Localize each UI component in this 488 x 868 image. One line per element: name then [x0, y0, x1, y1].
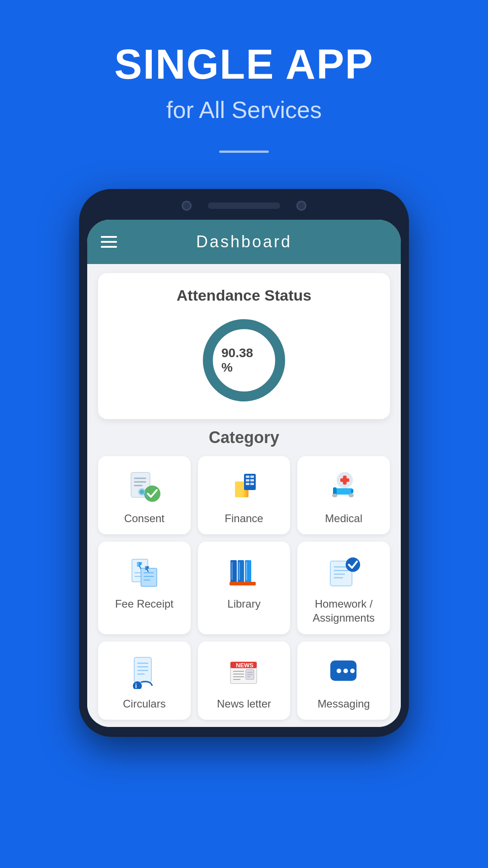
svg-rect-18	[246, 483, 249, 485]
consent-icon	[126, 469, 162, 505]
svg-point-49	[346, 557, 360, 572]
phone-screen: Dashboard Attendance Status 90.38 % Cate…	[87, 220, 401, 727]
svg-point-71	[350, 669, 355, 673]
svg-rect-13	[244, 474, 256, 490]
svg-rect-25	[351, 489, 353, 493]
svg-text:₹: ₹	[145, 566, 150, 573]
svg-rect-23	[336, 488, 353, 495]
dashboard-header: Dashboard	[87, 220, 401, 264]
svg-point-69	[337, 669, 341, 673]
homework-label: Homework / Assignments	[303, 597, 385, 625]
finance-icon	[226, 469, 262, 505]
library-label: Library	[227, 597, 260, 611]
messaging-icon	[326, 654, 362, 690]
finance-label: Finance	[225, 511, 263, 525]
medical-label: Medical	[325, 511, 362, 525]
svg-rect-16	[246, 479, 249, 481]
library-icon	[226, 554, 262, 590]
category-item-consent[interactable]: Consent	[98, 456, 191, 534]
newsletter-icon: NEWS	[226, 654, 262, 690]
category-item-newsletter[interactable]: NEWS News letter	[198, 642, 291, 720]
medical-icon	[326, 469, 362, 505]
homework-icon	[326, 554, 362, 590]
svg-rect-43	[246, 562, 247, 580]
svg-text:i: i	[135, 682, 137, 689]
sensor-icon	[296, 201, 306, 211]
svg-rect-19	[250, 483, 254, 485]
dashboard-title: Dashboard	[196, 232, 292, 251]
svg-rect-15	[250, 476, 254, 478]
hamburger-menu-button[interactable]	[101, 236, 117, 248]
phone-outer: Dashboard Attendance Status 90.38 % Cate…	[79, 189, 409, 737]
svg-rect-12	[235, 481, 244, 497]
category-item-medical[interactable]: Medical	[297, 456, 390, 534]
newsletter-label: News letter	[217, 697, 271, 711]
svg-text:NEWS: NEWS	[236, 662, 253, 669]
svg-rect-40	[230, 582, 256, 585]
fee-receipt-label: Fee Receipt	[115, 597, 174, 611]
svg-point-70	[343, 669, 348, 673]
attendance-donut-chart: 90.38 %	[199, 315, 289, 406]
phone-notch	[87, 197, 401, 214]
category-item-homework[interactable]: Homework / Assignments	[297, 542, 390, 634]
speaker-icon	[208, 203, 280, 209]
svg-rect-50	[134, 657, 151, 682]
fee-receipt-icon: ₹ ₹	[126, 554, 162, 590]
consent-label: Consent	[124, 511, 164, 525]
messaging-label: Messaging	[318, 697, 370, 711]
hero-subtitle: for All Services	[166, 96, 322, 123]
category-item-library[interactable]: Library	[198, 542, 291, 634]
attendance-percentage: 90.38 %	[221, 346, 267, 375]
hero-title: SINGLE APP	[114, 41, 374, 88]
hero-section: SINGLE APP for All Services	[0, 0, 488, 189]
phone-mockup: Dashboard Attendance Status 90.38 % Cate…	[72, 189, 416, 737]
category-section: Category	[87, 428, 401, 727]
hero-divider	[219, 151, 269, 153]
svg-rect-17	[250, 479, 254, 481]
svg-rect-42	[239, 562, 240, 580]
camera-icon	[182, 201, 192, 211]
category-item-messaging[interactable]: Messaging	[297, 642, 390, 720]
svg-point-8	[140, 490, 144, 494]
attendance-card: Attendance Status 90.38 %	[98, 273, 390, 419]
category-item-finance[interactable]: Finance	[198, 456, 291, 534]
svg-point-27	[348, 494, 354, 497]
svg-rect-14	[246, 476, 249, 478]
category-title: Category	[98, 428, 390, 447]
svg-rect-41	[231, 562, 233, 580]
category-item-fee-receipt[interactable]: ₹ ₹ Fee Receipt	[98, 542, 191, 634]
svg-rect-22	[340, 478, 349, 482]
svg-point-6	[144, 486, 160, 502]
category-grid: Consent	[98, 456, 390, 720]
circulars-label: Circulars	[123, 697, 166, 711]
attendance-title: Attendance Status	[177, 287, 312, 304]
circulars-icon: i	[126, 654, 162, 690]
svg-point-26	[332, 494, 338, 497]
category-item-circulars[interactable]: i Circulars	[98, 642, 191, 720]
